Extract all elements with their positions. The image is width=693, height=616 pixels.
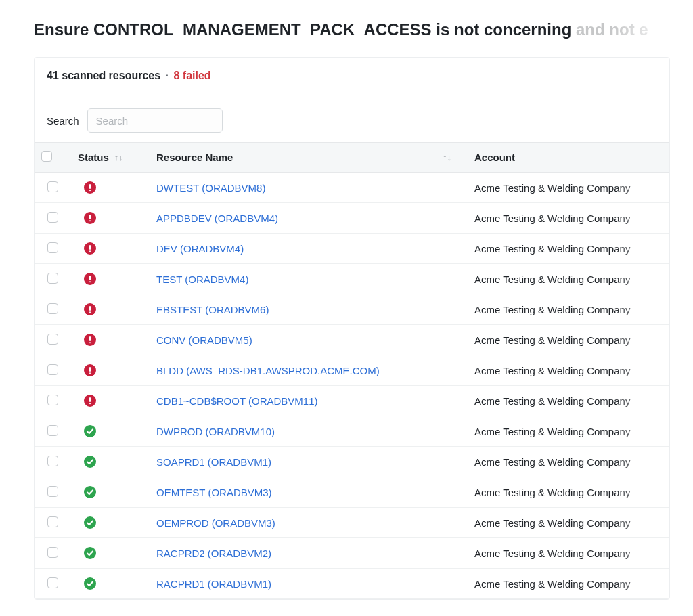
row-checkbox[interactable] <box>47 577 58 588</box>
svg-point-26 <box>84 486 96 498</box>
row-account-cell: Acme Testing & Welding Company <box>468 325 669 355</box>
header-account-label: Account <box>474 152 515 163</box>
success-icon <box>83 516 97 529</box>
select-all-checkbox[interactable] <box>41 151 52 162</box>
resource-link[interactable]: CONV (ORADBVM5) <box>156 334 252 346</box>
table-row: SOAPRD1 (ORADBVM1)Acme Testing & Welding… <box>35 447 669 477</box>
row-checkbox-cell <box>35 203 71 234</box>
row-resource-cell: EBSTEST (ORADBVM6) <box>150 294 468 325</box>
resource-link[interactable]: EBSTEST (ORADBVM6) <box>156 304 269 315</box>
row-resource-cell: BLDD (AWS_RDS-DB1.AWSPROD.ACME.COM) <box>150 355 468 386</box>
row-account-cell: Acme Testing & Welding Company <box>468 538 669 569</box>
row-checkbox-cell <box>35 477 71 508</box>
resource-link[interactable]: SOAPRD1 (ORADBVM1) <box>156 456 271 468</box>
row-checkbox-cell <box>35 569 71 599</box>
header-resource[interactable]: Resource Name ↑↓ <box>150 143 468 173</box>
row-resource-cell: DWTEST (ORADBVM8) <box>150 173 468 203</box>
account-name: Acme Testing & Welding Company <box>474 517 630 529</box>
error-icon <box>83 394 97 408</box>
row-checkbox-cell <box>35 508 71 538</box>
row-checkbox-cell <box>35 416 71 447</box>
account-name: Acme Testing & Welding Company <box>474 182 630 194</box>
row-account-cell: Acme Testing & Welding Company <box>468 386 669 416</box>
account-name: Acme Testing & Welding Company <box>474 334 630 346</box>
row-checkbox[interactable] <box>47 303 58 314</box>
success-icon <box>83 577 97 590</box>
header-resource-label: Resource Name <box>156 152 233 163</box>
row-checkbox[interactable] <box>47 547 58 558</box>
row-checkbox[interactable] <box>47 364 58 375</box>
svg-rect-1 <box>89 184 91 189</box>
table-row: OEMPROD (ORADBVM3)Acme Testing & Welding… <box>35 508 669 538</box>
row-status-cell <box>71 538 150 569</box>
row-account-cell: Acme Testing & Welding Company <box>468 173 669 203</box>
row-account-cell: Acme Testing & Welding Company <box>468 416 669 447</box>
resource-link[interactable]: CDB1~CDB$ROOT (ORADBVM11) <box>156 395 318 407</box>
error-icon <box>83 364 97 377</box>
search-row: Search <box>35 100 669 142</box>
resource-link[interactable]: DWPROD (ORADBVM10) <box>156 426 275 437</box>
svg-rect-13 <box>89 306 91 311</box>
row-checkbox-cell <box>35 538 71 569</box>
table-row: OEMTEST (ORADBVM3)Acme Testing & Welding… <box>35 477 669 508</box>
row-checkbox[interactable] <box>47 212 58 223</box>
error-icon <box>83 242 97 255</box>
account-name: Acme Testing & Welding Company <box>474 365 630 376</box>
search-input[interactable] <box>87 108 223 133</box>
row-checkbox[interactable] <box>47 273 58 284</box>
resource-link[interactable]: OEMPROD (ORADBVM3) <box>156 517 275 529</box>
success-icon <box>83 455 97 468</box>
header-status[interactable]: Status ↑↓ <box>71 143 150 173</box>
svg-rect-10 <box>89 276 91 280</box>
row-checkbox[interactable] <box>47 425 58 436</box>
row-checkbox[interactable] <box>47 181 58 192</box>
resource-link[interactable]: DEV (ORADBVM4) <box>156 243 244 255</box>
sort-icon: ↑↓ <box>114 152 123 162</box>
resource-link[interactable]: TEST (ORADBVM4) <box>156 273 248 285</box>
row-checkbox[interactable] <box>47 486 58 497</box>
results-panel: 41 scanned resources · 8 failed Search S… <box>34 57 670 600</box>
row-status-cell <box>71 386 150 416</box>
row-resource-cell: RACPRD1 (ORADBVM1) <box>150 569 468 599</box>
row-checkbox[interactable] <box>47 516 58 527</box>
table-row: DWTEST (ORADBVM8)Acme Testing & Welding … <box>35 173 669 203</box>
resource-link[interactable]: APPDBDEV (ORADBVM4) <box>156 213 278 224</box>
error-icon <box>83 303 97 316</box>
resource-link[interactable]: RACPRD2 (ORADBVM2) <box>156 548 271 559</box>
page-title: Ensure CONTROL_MANAGEMENT_PACK_ACCESS is… <box>34 20 693 39</box>
row-account-cell: Acme Testing & Welding Company <box>468 203 669 234</box>
success-icon <box>83 424 97 438</box>
row-resource-cell: DEV (ORADBVM4) <box>150 234 468 264</box>
row-status-cell <box>71 264 150 294</box>
resource-link[interactable]: OEMTEST (ORADBVM3) <box>156 487 272 498</box>
resource-link[interactable]: BLDD (AWS_RDS-DB1.AWSPROD.ACME.COM) <box>156 365 380 376</box>
header-status-label: Status <box>78 152 109 163</box>
row-checkbox[interactable] <box>47 395 58 405</box>
account-name: Acme Testing & Welding Company <box>474 578 630 590</box>
resource-link[interactable]: DWTEST (ORADBVM8) <box>156 182 265 194</box>
summary-separator: · <box>164 70 171 81</box>
error-icon <box>83 333 97 347</box>
page-title-faded: and not e <box>576 20 648 39</box>
success-icon <box>83 546 97 560</box>
row-status-cell <box>71 294 150 325</box>
account-name: Acme Testing & Welding Company <box>474 243 630 255</box>
row-checkbox[interactable] <box>47 456 58 466</box>
svg-rect-8 <box>89 250 91 252</box>
row-checkbox[interactable] <box>47 334 58 345</box>
svg-rect-17 <box>89 342 91 343</box>
header-account[interactable]: Account <box>468 143 669 173</box>
table-row: EBSTEST (ORADBVM6)Acme Testing & Welding… <box>35 294 669 325</box>
success-icon <box>83 485 97 499</box>
table-row: APPDBDEV (ORADBVM4)Acme Testing & Weldin… <box>35 203 669 234</box>
table-row: CONV (ORADBVM5)Acme Testing & Welding Co… <box>35 325 669 355</box>
table-row: RACPRD2 (ORADBVM2)Acme Testing & Welding… <box>35 538 669 569</box>
row-status-cell <box>71 173 150 203</box>
row-resource-cell: RACPRD2 (ORADBVM2) <box>150 538 468 569</box>
table-row: DWPROD (ORADBVM10)Acme Testing & Welding… <box>35 416 669 447</box>
row-checkbox[interactable] <box>47 242 58 253</box>
row-account-cell: Acme Testing & Welding Company <box>468 508 669 538</box>
row-checkbox-cell <box>35 264 71 294</box>
error-icon <box>83 211 97 225</box>
resource-link[interactable]: RACPRD1 (ORADBVM1) <box>156 578 271 590</box>
